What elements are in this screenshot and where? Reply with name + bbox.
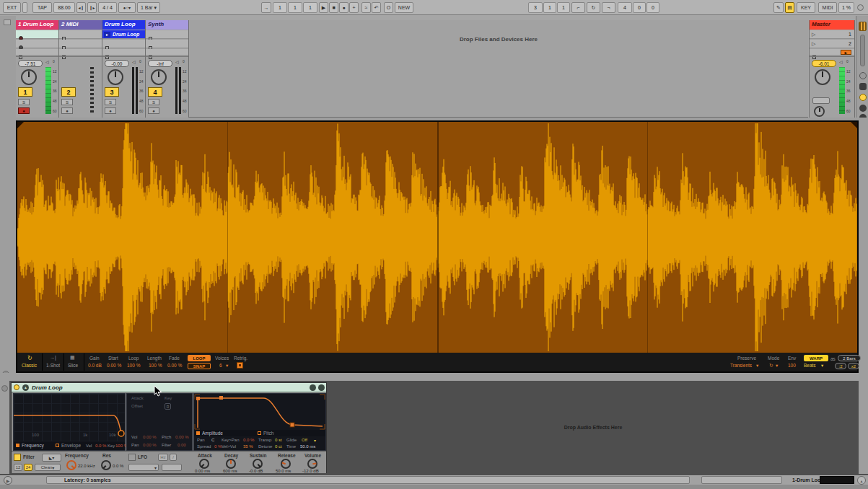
loop-switch-button[interactable]: ↻ — [587, 2, 600, 13]
mode-slice-button[interactable]: Slice — [68, 363, 78, 368]
tap-tempo-button[interactable]: TAP — [32, 2, 52, 13]
io-toggle-icon[interactable] — [859, 72, 867, 79]
track-1-arm-button[interactable]: ● — [18, 107, 30, 114]
loop-end-marker-icon[interactable] — [851, 122, 857, 128]
track-1-solo-button[interactable]: S — [18, 99, 30, 105]
sends-toggle-icon[interactable] — [859, 83, 867, 90]
vel-value[interactable]: 0.0 % — [95, 444, 106, 448]
scene-2[interactable]: ▷ 2 — [810, 40, 854, 48]
warp-double-button[interactable]: x2 — [848, 363, 859, 369]
save-preset-icon[interactable] — [318, 384, 325, 391]
master-cue-button[interactable] — [812, 97, 830, 104]
snap-button[interactable]: SNAP — [188, 363, 211, 369]
nudge-down-button[interactable]: ◂❙ — [76, 2, 86, 13]
glide-value[interactable]: Off — [302, 438, 307, 442]
track-3-arm-button[interactable]: ● — [105, 107, 116, 114]
tab-frequency[interactable]: Frequency — [22, 443, 44, 448]
scene-play-icon[interactable]: ▷ — [812, 32, 815, 38]
attack-value[interactable]: 0.00 ms — [195, 469, 210, 473]
track-3-solo-button[interactable]: S — [105, 99, 116, 105]
time-signature-field[interactable]: 4 / 4 — [98, 2, 117, 13]
loop-value[interactable]: 100 % — [127, 363, 140, 368]
frequency-knob[interactable] — [66, 460, 76, 470]
nudge-up-button[interactable]: ❙▸ — [87, 2, 97, 13]
loop-start-bar-field[interactable]: 3 — [528, 2, 543, 13]
draw-mode-button[interactable]: ✎ — [773, 2, 784, 13]
decay-knob[interactable] — [226, 459, 236, 469]
track-3-header[interactable]: Drum Loop — [102, 20, 145, 30]
filter-type-dropdown[interactable]: ◣▾ — [42, 454, 61, 462]
spread-value[interactable]: 0 % — [214, 444, 222, 449]
device-power-toggle[interactable] — [14, 384, 19, 390]
stop-button[interactable]: ■ — [329, 2, 338, 13]
lfo-hz-button[interactable]: Hz — [158, 454, 168, 461]
track-1-clip-slot-2[interactable] — [16, 40, 58, 48]
track-4-header[interactable]: Synth — [146, 20, 188, 30]
tab-amplitude[interactable]: Amplitude — [202, 431, 223, 436]
position-sixteenth-field[interactable]: 1 — [303, 2, 317, 13]
preserve-value[interactable]: Transients — [730, 363, 752, 368]
track-2-arm-button[interactable]: ● — [61, 107, 73, 114]
lfo-rate-field[interactable] — [162, 464, 182, 471]
device-title-bar[interactable]: ▲ Drum Loop — [12, 383, 326, 392]
attack-knob[interactable] — [199, 459, 209, 469]
track-1-clip-slot-3[interactable] — [16, 49, 58, 56]
device-fold-icon[interactable]: ▲ — [22, 384, 29, 391]
scene-fire-button[interactable]: ▶ — [841, 50, 851, 55]
session-record-button[interactable]: O — [384, 2, 393, 13]
dropdown-icon[interactable]: ▾ — [821, 363, 823, 369]
lfo-filter-value[interactable]: 0.00 — [177, 443, 186, 447]
loop-start-beat-field[interactable]: 1 — [543, 2, 556, 13]
filter-display-panel[interactable]: 100 1k 10k Frequency Envelope Vel 0.0 % … — [13, 393, 126, 451]
retrig-toggle[interactable] — [237, 362, 243, 369]
reenable-automation-button[interactable]: ↶ — [372, 2, 381, 13]
fade-value[interactable]: 0.00 % — [167, 363, 182, 368]
arrangement-record-button[interactable]: ● — [339, 2, 348, 13]
audio-effects-drop-zone[interactable]: Drop Audio Effects Here — [328, 381, 859, 474]
track-4-solo-button[interactable]: S — [148, 99, 159, 105]
track-2-clip-slot-3[interactable] — [59, 49, 102, 56]
amp-envelope-panel[interactable]: Amplitude Pitch Pan C Key>Pan 0.0 % Tran… — [193, 393, 326, 451]
gain-value[interactable]: 0.0 dB — [88, 363, 102, 368]
res-knob[interactable] — [101, 460, 111, 470]
device-view-toggle-icon[interactable] — [1, 385, 8, 392]
track-4-clip-slot-3[interactable] — [146, 49, 188, 56]
mode-one-shot-button[interactable]: 1-Shot — [46, 363, 60, 368]
track-3-clip-slot-3[interactable] — [102, 49, 145, 56]
warp-mode-value[interactable]: Beats — [804, 363, 816, 368]
track-4-activator-button[interactable]: 4 — [148, 87, 162, 97]
session-scrollbar[interactable] — [860, 35, 865, 66]
punch-in-button[interactable]: ⌐ — [571, 2, 585, 13]
filter-toggle[interactable] — [14, 454, 21, 461]
tab-envelope[interactable]: Envelope — [61, 443, 81, 448]
punch-out-button[interactable]: ¬ — [602, 2, 615, 13]
loop-start-sixteenth-field[interactable]: 1 — [557, 2, 570, 13]
tempo-field[interactable]: 88.00 — [53, 2, 75, 13]
computer-midi-keyboard-button[interactable]: ▤ — [785, 2, 794, 13]
track-2-clip-slot-2[interactable] — [59, 40, 102, 48]
decay-value[interactable]: 600 ms — [223, 469, 237, 473]
dropdown-icon[interactable]: ▾ — [756, 363, 758, 369]
start-value[interactable]: 0.00 % — [107, 363, 121, 368]
time-value[interactable]: 50.0 ms — [300, 444, 315, 449]
lfo-waveform-dropdown[interactable]: ▾ — [128, 464, 159, 471]
loop-length-beat-field[interactable]: 0 — [633, 2, 646, 13]
follow-button[interactable]: → — [261, 2, 271, 13]
lfo-pitch-value[interactable]: 0.00 % — [175, 435, 189, 439]
master-header[interactable]: Master — [810, 20, 854, 30]
track-1-activator-button[interactable]: 1 — [18, 87, 32, 97]
key-map-button[interactable]: KEY — [797, 2, 815, 13]
track-4-clip-slot-2[interactable] — [146, 40, 188, 48]
warp-length-field[interactable]: 2 Bars — [838, 355, 861, 361]
ext-sync-button[interactable]: EXT — [3, 2, 21, 13]
track-1-header[interactable]: 1 Drum Loop — [16, 20, 58, 30]
dropdown-icon[interactable]: ▾ — [776, 363, 778, 369]
ext-sync-indicator[interactable] — [22, 2, 27, 13]
track-4-volume-field[interactable]: -Inf — [148, 60, 172, 67]
midi-map-button[interactable]: MIDI — [818, 2, 837, 13]
loop-length-sixteenth-field[interactable]: 0 — [646, 2, 659, 13]
track-2-solo-button[interactable]: S — [61, 99, 73, 105]
track-2-activator-button[interactable]: 2 — [61, 87, 76, 97]
hot-swap-icon[interactable] — [310, 384, 316, 391]
track-3-pan-knob[interactable] — [108, 69, 123, 85]
